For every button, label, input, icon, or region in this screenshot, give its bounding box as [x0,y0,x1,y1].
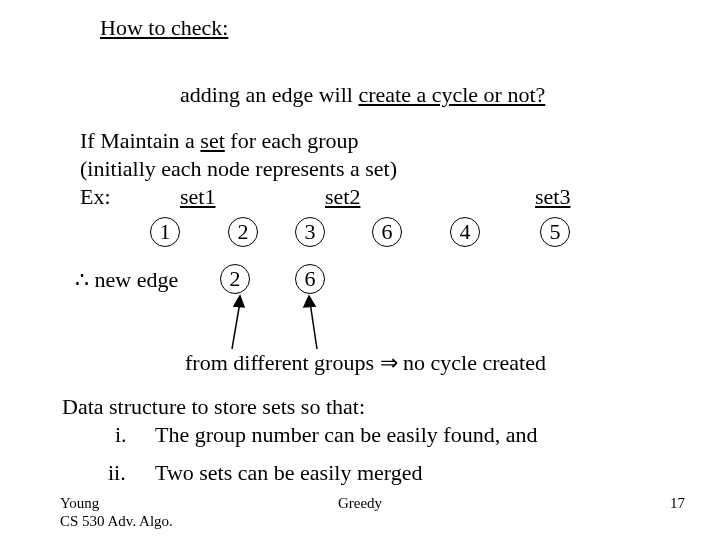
set1-label: set1 [180,184,215,210]
item-i-text: The group number can be easily found, an… [155,422,537,448]
conclusion-pre: from different groups [185,350,380,375]
item-i-label: i. [115,422,127,448]
svg-line-0 [232,302,240,349]
conclusion-line: from different groups ⇒ no cycle created [185,350,546,376]
footer-course: CS 530 Adv. Algo. [60,512,173,530]
svg-marker-3 [304,296,315,307]
therefore-symbol: ∴ [75,267,89,292]
node-5: 5 [540,217,570,247]
question-underline: create a cycle or not? [358,82,545,107]
line-initial: (initially each node represents a set) [80,156,397,182]
heading: How to check: [100,15,228,41]
line-if-pre: If Maintain a [80,128,200,153]
node-4: 4 [450,217,480,247]
arrow-right [295,294,325,349]
arrow-left [225,294,255,349]
set3-label: set3 [535,184,570,210]
newedge-node-2: 2 [220,264,250,294]
implies-symbol: ⇒ [380,350,398,375]
question-line: adding an edge will create a cycle or no… [180,82,545,108]
line-if: If Maintain a set for each group [80,128,359,154]
question-prefix: adding an edge will [180,82,358,107]
newedge-node-6: 6 [295,264,325,294]
footer-page: 17 [670,494,685,512]
datastructure-line: Data structure to store sets so that: [62,394,365,420]
ex-label: Ex: [80,184,111,210]
line-if-ul: set [200,128,224,153]
svg-marker-1 [234,296,244,307]
node-2: 2 [228,217,258,247]
footer-center: Greedy [0,494,720,512]
set2-label: set2 [325,184,360,210]
node-1: 1 [150,217,180,247]
svg-line-2 [310,302,317,349]
conclusion-post: no cycle created [398,350,546,375]
slide: How to check: adding an edge will create… [0,0,720,540]
heading-text: How to check: [100,15,228,40]
item-ii-text: Two sets can be easily merged [155,460,422,486]
node-6: 6 [372,217,402,247]
item-ii-label: ii. [108,460,126,486]
line-if-post: for each group [225,128,359,153]
therefore-line: ∴ new edge [75,267,178,293]
newedge-text: new edge [89,267,178,292]
node-3: 3 [295,217,325,247]
